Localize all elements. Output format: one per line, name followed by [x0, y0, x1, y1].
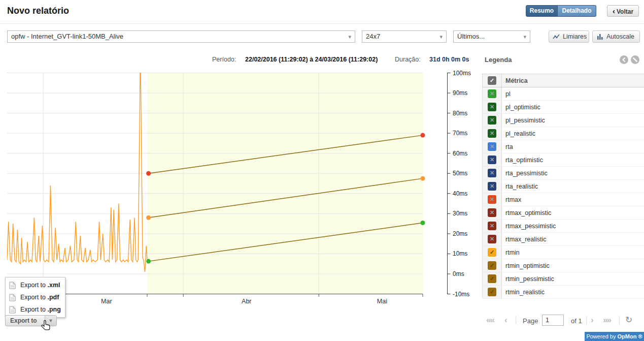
metric-label: rta — [505, 143, 513, 150]
legend-row-rtmax_optimistic[interactable]: ✕rtmax_optimistic — [482, 206, 644, 220]
metric-unchecked-icon[interactable]: ✕ — [488, 195, 496, 204]
metric-label: pl_optimistic — [505, 104, 540, 111]
metric-label: pl_pessimistic — [505, 117, 545, 124]
metric-unchecked-icon[interactable]: ✕ — [488, 208, 496, 217]
projection-region — [147, 73, 423, 294]
legend-row-rtmax[interactable]: ✕rtmax — [482, 193, 644, 206]
legend-row-rtmin_realistic[interactable]: ✓rtmin_realistic — [482, 286, 644, 299]
metric-unchecked-icon[interactable]: ✕ — [488, 142, 496, 151]
y-tick-label: 10ms — [453, 250, 467, 257]
legend-row-pl_optimistic[interactable]: ✕pl_optimistic — [482, 101, 644, 114]
metric-label: rta_realistic — [505, 183, 538, 190]
prev-page-icon[interactable]: ‹ — [504, 315, 506, 325]
y-tick-label: 80ms — [453, 110, 467, 117]
metric-label: rtmin_realistic — [505, 289, 545, 296]
png-file-icon — [9, 306, 16, 314]
y-tick-label: 60ms — [453, 150, 467, 157]
resumo-tab-button[interactable]: Resumo — [526, 5, 558, 17]
legend-row-rta[interactable]: ✕rta — [482, 140, 644, 153]
refresh-icon[interactable]: ↻ — [625, 315, 632, 325]
range-select-value: Últimos... — [457, 33, 485, 40]
metric-unchecked-icon[interactable]: ✕ — [488, 89, 496, 98]
legend-row-pl_realistic[interactable]: ✕pl_realistic — [482, 127, 644, 140]
metric-unchecked-icon[interactable]: ✕ — [488, 116, 496, 125]
legend-table-header: ✓ Métrica — [482, 74, 644, 87]
metric-unchecked-icon[interactable]: ✕ — [488, 169, 496, 177]
legend-hide-all-icon[interactable] — [631, 55, 639, 64]
voltar-button[interactable]: ‹Voltar — [607, 5, 639, 17]
service-select-value: opfw - Internet_GVT-link1-50MB_Alive — [11, 33, 123, 40]
metric-color-cell: ✕ — [483, 153, 502, 166]
metric-checked-icon[interactable]: ✓ — [488, 288, 496, 296]
divider — [586, 316, 587, 324]
y-tick-label: 20ms — [453, 230, 467, 237]
legend-row-pl[interactable]: ✕pl — [482, 87, 644, 101]
export-item-pdf[interactable]: Export to .pdf — [6, 291, 65, 303]
endpoint-dot-rtmin_realistic — [421, 176, 425, 181]
metric-unchecked-icon[interactable]: ✕ — [488, 222, 496, 230]
page-number-input[interactable] — [542, 315, 564, 326]
legend-table: ✓ Métrica ✕pl✕pl_optimistic✕pl_pessimist… — [482, 74, 644, 299]
legend-row-rta_pessimistic[interactable]: ✕rta_pessimistic — [482, 167, 644, 180]
select-all-checkbox[interactable]: ✓ — [488, 76, 496, 85]
legend-row-rta_realistic[interactable]: ✕rta_realistic — [482, 180, 644, 193]
metric-color-cell: ✓ — [483, 246, 502, 259]
metric-color-cell: ✓ — [483, 286, 502, 298]
page-title: Novo relatório — [7, 6, 69, 16]
metric-color-cell: ✕ — [483, 167, 502, 179]
metric-unchecked-icon[interactable]: ✕ — [488, 156, 496, 164]
legend-collapse-icon[interactable] — [620, 55, 628, 64]
metric-unchecked-icon[interactable]: ✕ — [488, 235, 496, 243]
export-to-label: Export to — [10, 317, 37, 324]
endpoint-dot-rtmin_pessimistic — [421, 133, 425, 138]
periodo-value: 22/02/2016 (11:29:02) à 24/03/2016 (11:2… — [245, 56, 378, 63]
timeperiod-select[interactable]: 24x7 ▾ — [362, 30, 447, 43]
metric-unchecked-icon[interactable]: ✕ — [488, 182, 496, 191]
metric-color-cell: ✕ — [483, 206, 502, 219]
export-item-ext: .xml — [48, 282, 60, 289]
legend-row-rta_optimistic[interactable]: ✕rta_optimistic — [482, 153, 644, 167]
legend-row-rtmin[interactable]: ✓rtmin — [482, 246, 644, 259]
select-all-cell[interactable]: ✓ — [483, 74, 502, 87]
legend-row-rtmin_pessimistic[interactable]: ✓rtmin_pessimistic — [482, 272, 644, 286]
periodo-label: Período: — [212, 56, 236, 63]
export-dropdown-arrow[interactable]: ▾ — [45, 316, 56, 326]
y-tick-label: 70ms — [453, 130, 467, 137]
last-page-icon[interactable]: »» — [603, 315, 611, 325]
metric-checked-icon[interactable]: ✓ — [488, 248, 496, 257]
metric-checked-icon[interactable]: ✓ — [488, 274, 496, 283]
legend-title: Legenda — [485, 56, 512, 64]
line-chart-icon — [553, 33, 560, 41]
legend-row-rtmax_pessimistic[interactable]: ✕rtmax_pessimistic — [482, 220, 644, 233]
legend-row-rtmax_realistic[interactable]: ✕rtmax_realistic — [482, 233, 644, 246]
metric-label: rtmin — [505, 249, 520, 256]
metric-label: pl — [505, 90, 511, 98]
detalhado-tab-button[interactable]: Detalhado — [558, 5, 596, 17]
export-to-button[interactable]: Export to ▾ — [5, 315, 57, 326]
service-select[interactable]: opfw - Internet_GVT-link1-50MB_Alive ▾ — [7, 30, 355, 43]
legend-row-pl_pessimistic[interactable]: ✕pl_pessimistic — [482, 114, 644, 127]
metric-unchecked-icon[interactable]: ✕ — [488, 129, 496, 138]
bar-chart-icon — [596, 33, 604, 41]
legend-row-rtmin_optimistic[interactable]: ✓rtmin_optimistic — [482, 259, 644, 272]
metric-unchecked-icon[interactable]: ✕ — [488, 103, 496, 111]
metric-color-cell: ✕ — [483, 180, 502, 193]
y-tick-label: 50ms — [453, 170, 467, 177]
metric-label: pl_realistic — [505, 130, 535, 137]
export-item-xml[interactable]: Export to .xml — [6, 279, 65, 291]
range-select[interactable]: Últimos... ▾ — [453, 30, 530, 43]
next-page-icon[interactable]: › — [591, 315, 593, 325]
x-month-label: Mai — [377, 298, 387, 305]
metric-checked-icon[interactable]: ✓ — [488, 261, 496, 270]
metric-column-header: Métrica — [505, 77, 528, 84]
powered-by-opmon-badge: Powered by OpMon ® — [585, 332, 644, 341]
metric-color-cell: ✕ — [483, 233, 502, 245]
export-item-png[interactable]: Export to .png — [6, 303, 65, 316]
y-tick-label: 30ms — [453, 210, 467, 217]
autoscale-button[interactable]: Autoscale — [592, 30, 640, 43]
metric-color-cell: ✕ — [483, 193, 502, 206]
timeseries-chart[interactable]: -10ms0ms10ms20ms30ms40ms50ms60ms70ms80ms… — [0, 69, 480, 310]
limiares-button[interactable]: Limiares — [549, 30, 589, 43]
y-tick-label: -10ms — [453, 291, 469, 298]
first-page-icon[interactable]: «« — [486, 315, 494, 325]
